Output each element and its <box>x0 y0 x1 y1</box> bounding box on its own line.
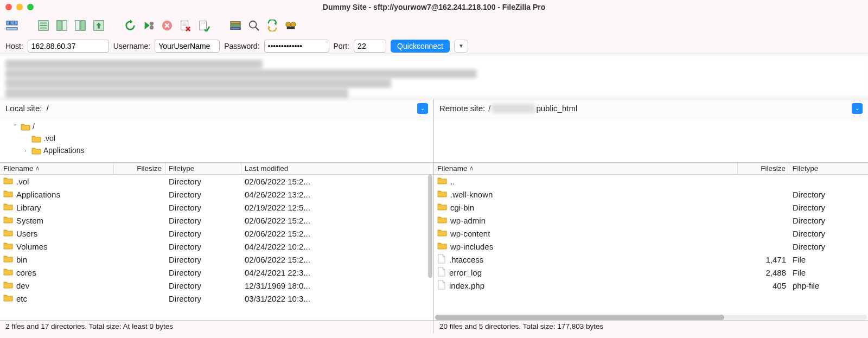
tree-item[interactable]: ›public_html <box>434 144 868 156</box>
svg-rect-2 <box>15 21 18 25</box>
tree-item[interactable]: ?public_ftp <box>434 132 868 144</box>
host-input[interactable] <box>28 40 109 53</box>
cancel-icon[interactable] <box>159 18 175 33</box>
tree-item[interactable]: .vol <box>0 132 433 144</box>
remote-list-header[interactable]: Filenameᐱ Filesize Filetype <box>434 163 868 175</box>
file-type: Directory <box>165 281 241 290</box>
folder-icon <box>437 189 447 199</box>
disconnect-icon[interactable] <box>178 18 193 33</box>
file-type: Directory <box>789 229 868 238</box>
port-input[interactable] <box>354 40 386 53</box>
local-status: 2 files and 17 directories. Total size: … <box>0 321 434 333</box>
list-item[interactable]: ApplicationsDirectory04/26/2022 13:2... <box>0 188 433 201</box>
file-type: Directory <box>165 255 241 264</box>
list-item[interactable]: VolumesDirectory04/24/2022 10:2... <box>0 240 433 253</box>
folder-icon <box>3 176 13 186</box>
process-queue-icon[interactable] <box>141 18 156 33</box>
svg-line-32 <box>256 27 259 30</box>
sitemanager-icon[interactable] <box>4 18 20 33</box>
file-name: .htaccess <box>449 255 483 264</box>
list-item[interactable]: wp-contentDirectory <box>434 227 868 240</box>
reconnect-icon[interactable] <box>196 18 212 33</box>
svg-rect-26 <box>200 21 207 30</box>
list-item[interactable]: error_log2,488File <box>434 266 868 279</box>
list-item[interactable]: devDirectory12/31/1969 18:0... <box>0 279 433 292</box>
remote-site-label: Remote site: <box>439 104 485 113</box>
list-item[interactable]: .. <box>434 175 868 188</box>
list-item[interactable]: UsersDirectory02/06/2022 15:2... <box>0 227 433 240</box>
compare-icon[interactable] <box>283 18 298 33</box>
list-item[interactable]: wp-adminDirectory <box>434 214 868 227</box>
svg-marker-15 <box>145 22 150 30</box>
svg-rect-8 <box>57 21 61 30</box>
tree-item[interactable]: ›Applications <box>0 144 433 156</box>
local-path-dropdown[interactable]: ⌄ <box>417 103 428 114</box>
tree-item[interactable]: ˅/ <box>0 120 433 132</box>
file-name: wp-admin <box>450 216 486 225</box>
password-input[interactable] <box>264 40 329 53</box>
file-name: cgi-bin <box>450 203 474 212</box>
list-item[interactable]: binDirectory02/06/2022 15:2... <box>0 253 433 266</box>
search-icon[interactable] <box>246 18 261 33</box>
list-item[interactable]: .well-knownDirectory <box>434 188 868 201</box>
refresh-icon[interactable] <box>123 18 138 33</box>
list-item[interactable]: coresDirectory04/24/2021 22:3... <box>0 266 433 279</box>
folder-icon <box>3 241 13 251</box>
local-pane: Local site: ⌄ ˅/.vol›Applications Filena… <box>0 99 434 320</box>
list-item[interactable]: wp-includesDirectory <box>434 240 868 253</box>
log-pane <box>0 55 868 99</box>
list-item[interactable]: etcDirectory03/31/2022 10:3... <box>0 292 433 305</box>
window-title: Dummy Site - sftp://yourwow7@162.241.218… <box>0 3 868 11</box>
file-name: error_log <box>449 268 482 277</box>
list-item[interactable]: cgi-binDirectory <box>434 201 868 214</box>
list-item[interactable]: index.php405php-file <box>434 279 868 292</box>
file-type: File <box>789 255 868 264</box>
col-modified: Last modified <box>241 163 323 174</box>
sync-icon[interactable] <box>265 18 280 33</box>
connection-bar: Host: Username: Password: Port: Quickcon… <box>0 37 868 55</box>
list-item[interactable]: SystemDirectory02/06/2022 15:2... <box>0 214 433 227</box>
file-type: Directory <box>165 216 241 225</box>
file-type: Directory <box>789 216 868 225</box>
sort-asc-icon: ᐱ <box>470 166 473 171</box>
local-list-header[interactable]: Filenameᐱ Filesize Filetype Last modifie… <box>0 163 433 175</box>
remote-tree[interactable]: ?perl5?public_ftp›public_html?ssl <box>434 118 868 163</box>
username-input[interactable] <box>155 40 220 53</box>
list-item[interactable]: .volDirectory02/06/2022 15:2... <box>0 175 433 188</box>
remote-path-prefix[interactable]: / <box>488 104 490 113</box>
toggle-log-icon[interactable] <box>36 18 51 33</box>
list-item[interactable]: LibraryDirectory02/19/2022 12:5... <box>0 201 433 214</box>
file-type: Directory <box>165 177 241 186</box>
tree-item[interactable]: ?ssl <box>434 156 868 163</box>
col-filetype: Filetype <box>789 163 868 174</box>
folder-icon <box>3 228 13 238</box>
tree-item[interactable]: ?perl5 <box>434 120 868 132</box>
folder-icon <box>437 241 447 251</box>
toggle-remote-tree-icon[interactable] <box>73 18 88 33</box>
list-item[interactable]: .htaccess1,471File <box>434 253 868 266</box>
file-modified: 04/26/2022 13:2... <box>241 190 323 199</box>
svg-marker-14 <box>130 20 133 23</box>
remote-pane: Remote site: / public_html ⌄ ?perl5?publ… <box>434 99 868 320</box>
file-modified: 02/06/2022 15:2... <box>241 177 323 186</box>
file-type: Directory <box>165 190 241 199</box>
svg-rect-30 <box>231 28 240 30</box>
quickconnect-button[interactable]: Quickconnect <box>391 40 450 53</box>
host-label: Host: <box>5 42 23 50</box>
file-type: File <box>789 268 868 277</box>
toggle-local-tree-icon[interactable] <box>54 18 69 33</box>
remote-path-suffix[interactable]: public_html <box>536 104 577 113</box>
file-name: Users <box>16 229 37 238</box>
remote-path-dropdown[interactable]: ⌄ <box>852 103 863 114</box>
remote-file-list: Filenameᐱ Filesize Filetype ...well-know… <box>434 163 868 320</box>
local-tree[interactable]: ˅/.vol›Applications <box>0 118 433 163</box>
svg-rect-37 <box>287 27 295 29</box>
horizontal-scrollbar[interactable] <box>435 315 867 320</box>
filter-icon[interactable] <box>228 18 243 33</box>
svg-rect-28 <box>231 22 240 24</box>
file-name: wp-includes <box>450 242 493 251</box>
scrollbar-thumb[interactable] <box>428 175 432 278</box>
toggle-queue-icon[interactable] <box>91 18 106 33</box>
local-path-input[interactable] <box>46 101 414 115</box>
quickconnect-dropdown[interactable]: ▼ <box>454 40 468 53</box>
